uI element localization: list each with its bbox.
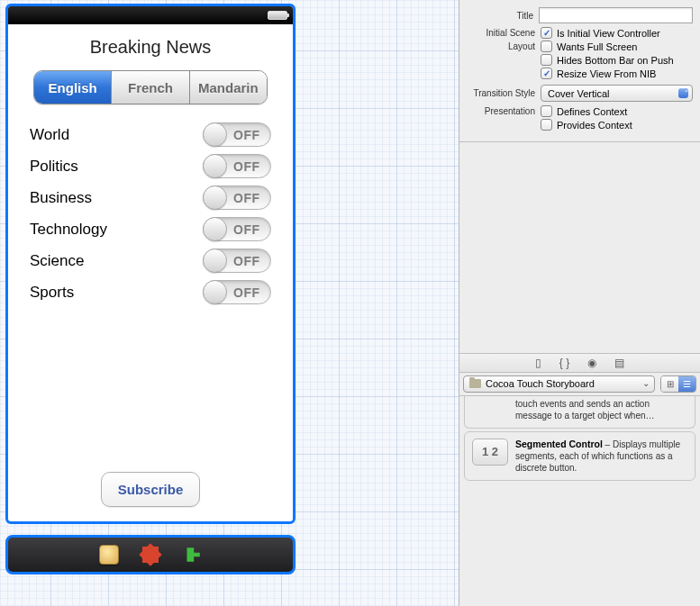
segment-french[interactable]: French — [112, 71, 189, 104]
transition-style-select[interactable]: Cover Vertical — [541, 85, 693, 102]
checkbox-label: Provides Context — [557, 120, 632, 131]
switch-sports[interactable]: OFF — [203, 280, 271, 304]
category-label[interactable]: World — [30, 126, 69, 144]
checkbox-label: Resize View From NIB — [557, 68, 656, 79]
checkbox-hides-bottom-bar[interactable] — [541, 54, 552, 66]
screen-title[interactable]: Breaking News — [30, 37, 271, 58]
library-item-text: Segmented Control – Displays multiple se… — [515, 439, 687, 474]
checkbox-label: Defines Context — [557, 106, 627, 117]
segment-english[interactable]: English — [34, 71, 112, 104]
subscribe-button[interactable]: Subscribe — [101, 472, 201, 507]
folder-icon — [469, 379, 481, 388]
list-view-icon[interactable]: ☰ — [678, 376, 695, 392]
checkbox-label: Hides Bottom Bar on Push — [557, 55, 674, 66]
inspector-empty-area — [459, 142, 700, 353]
first-responder-icon[interactable] — [99, 545, 119, 565]
field-label: Title — [467, 11, 533, 21]
language-segmented-control[interactable]: English French Mandarin — [33, 70, 268, 104]
switch-science[interactable]: OFF — [203, 249, 271, 273]
title-input[interactable] — [539, 7, 693, 23]
library-item-segmented-control[interactable]: 1 2 Segmented Control – Displays multipl… — [464, 431, 695, 481]
category-label[interactable]: Politics — [30, 158, 78, 176]
grid-view-icon[interactable]: ⊞ — [661, 376, 678, 392]
field-label: Transition Style — [467, 88, 535, 98]
checkbox-label: Wants Full Screen — [557, 41, 637, 52]
exit-icon[interactable] — [182, 545, 202, 565]
checkbox-label: Is Initial View Controller — [557, 28, 660, 39]
inspector-panel: Title Initial Scene Is Initial View Cont… — [459, 0, 700, 606]
library-view-toggle[interactable]: ⊞ ☰ — [660, 375, 696, 393]
library-item-text: touch events and sends an action message… — [515, 398, 687, 421]
phone-mockup[interactable]: Breaking News English French Mandarin Wo… — [5, 4, 295, 524]
switch-technology[interactable]: OFF — [203, 217, 271, 241]
field-label: Layout — [467, 41, 535, 51]
library-filter-select[interactable]: Cocoa Touch Storyboard — [463, 375, 655, 393]
library-tab-bar: ▯ { } ◉ ▤ — [459, 353, 700, 373]
category-label[interactable]: Sports — [30, 284, 74, 302]
canvas-area[interactable]: Breaking News English French Mandarin Wo… — [0, 0, 459, 606]
code-snippet-icon[interactable]: { } — [559, 357, 569, 369]
media-library-icon[interactable]: ▤ — [614, 357, 624, 369]
checkbox-resize-view[interactable] — [541, 68, 552, 79]
switch-world[interactable]: OFF — [203, 122, 271, 147]
checkbox-initial-view[interactable] — [541, 27, 552, 39]
library-list[interactable]: touch events and sends an action message… — [459, 396, 700, 607]
checkbox-provides-context[interactable] — [541, 119, 552, 131]
object-library-icon[interactable]: ◉ — [587, 357, 596, 369]
view-controller-icon[interactable] — [142, 547, 159, 563]
segmented-thumb-icon: 1 2 — [472, 439, 508, 466]
category-list: World OFF Politics OFF Business OFF Tech… — [30, 119, 271, 308]
segment-mandarin[interactable]: Mandarin — [190, 71, 267, 104]
category-label[interactable]: Business — [30, 189, 92, 207]
switch-politics[interactable]: OFF — [203, 154, 271, 178]
scene-dock[interactable] — [5, 535, 295, 574]
category-label[interactable]: Science — [30, 252, 84, 270]
field-label: Initial Scene — [467, 28, 535, 38]
checkbox-defines-context[interactable] — [541, 105, 552, 117]
status-bar — [8, 6, 293, 24]
checkbox-full-screen[interactable] — [541, 41, 552, 52]
switch-business[interactable]: OFF — [203, 185, 271, 210]
library-filter-bar: Cocoa Touch Storyboard ⊞ ☰ — [459, 373, 700, 396]
field-label: Presentation — [467, 106, 535, 116]
battery-icon — [268, 11, 287, 20]
file-template-icon[interactable]: ▯ — [535, 357, 541, 369]
category-label[interactable]: Technology — [30, 221, 107, 239]
library-item[interactable]: touch events and sends an action message… — [464, 396, 695, 429]
